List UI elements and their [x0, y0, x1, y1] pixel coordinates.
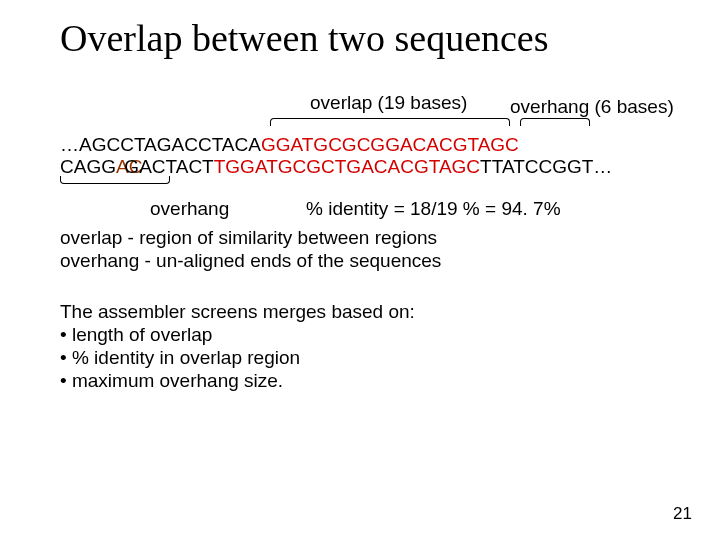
- def-body-overhang: - un-aligned ends of the sequences: [139, 250, 441, 271]
- sequence-2: CAGGACGACTACTTGGATGCGCTGACACGTAGCTTATCCG…: [60, 156, 680, 178]
- seq2-suffix: TTATCCGGT…: [480, 156, 612, 177]
- seq1-overlap: GGATGCGCGGACACGTAGC: [261, 134, 519, 155]
- criteria-intro: The assembler screens merges based on:: [60, 300, 680, 323]
- overlap-bracket: [270, 118, 510, 126]
- def-body-overlap: - region of similarity between regions: [122, 227, 437, 248]
- seq2-prefix-left: CAGG: [60, 156, 116, 177]
- overhang-label-top: overhang (6 bases): [510, 96, 674, 118]
- criteria-text-2: % identity in overlap region: [72, 347, 300, 368]
- bottom-bracket-row: [60, 178, 680, 188]
- slide-title: Overlap between two sequences: [60, 16, 680, 60]
- overhang-label-bottom: overhang: [150, 198, 229, 220]
- def-term-overhang: overhang: [60, 250, 139, 271]
- below-labels-row: overhang % identity = 18/19 % = 94. 7%: [60, 194, 680, 224]
- top-labels-row: overlap (19 bases) overhang (6 bases): [60, 92, 680, 118]
- criteria-item-1: length of overlap: [60, 323, 680, 346]
- criteria-item-2: % identity in overlap region: [60, 346, 680, 369]
- definition-overlap: overlap - region of similarity between r…: [60, 226, 680, 249]
- def-term-overlap: overlap: [60, 227, 122, 248]
- criteria-text-3: maximum overhang size.: [72, 370, 283, 391]
- sequence-1: …AGCCTAGACCTACAGGATGCGCGGACACGTAGC: [60, 134, 680, 156]
- criteria-item-3: maximum overhang size.: [60, 369, 680, 392]
- seq1-prefix: …AGCCTAGACCTACA: [60, 134, 261, 155]
- criteria-text-1: length of overlap: [72, 324, 213, 345]
- overhang-bracket-top: [520, 118, 590, 126]
- definitions-block: overlap - region of similarity between r…: [60, 226, 680, 272]
- overhang-bracket-bottom: [60, 176, 170, 184]
- criteria-block: The assembler screens merges based on: l…: [60, 300, 680, 392]
- definition-overhang: overhang - un-aligned ends of the sequen…: [60, 249, 680, 272]
- identity-text: % identity = 18/19 % = 94. 7%: [306, 198, 561, 220]
- seq2-overlap: TGGATGCGCTGACACGTAGC: [214, 156, 480, 177]
- top-bracket-row: [60, 118, 680, 132]
- seq2-prefix-right: GACTACT: [124, 156, 213, 177]
- page-number: 21: [673, 504, 692, 524]
- overlap-label: overlap (19 bases): [310, 92, 467, 114]
